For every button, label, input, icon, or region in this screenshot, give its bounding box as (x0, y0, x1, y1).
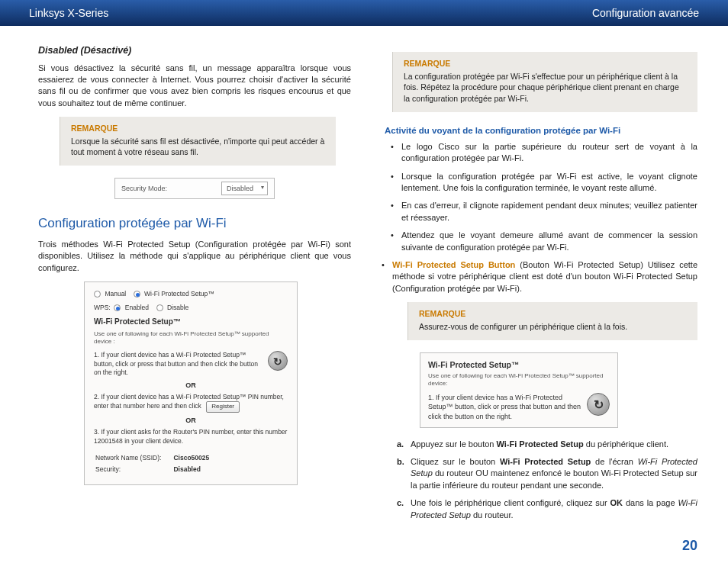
step-a-bold: Wi-Fi Protected Setup (497, 439, 584, 449)
note-body: Lorsque la sécurité sans fil est désacti… (71, 136, 325, 158)
wps-heading: Configuration protégée par Wi-Fi (38, 214, 351, 233)
wps-button-label: Wi-Fi Protected Setup Button (392, 260, 515, 269)
bullet-item: En cas d'erreur, il clignote rapidement … (401, 200, 697, 224)
register-button[interactable]: Register (206, 401, 240, 413)
step-a-pre: Appuyez sur le bouton (411, 439, 497, 449)
step-c: c. Une fois le périphérique client confi… (411, 497, 697, 521)
note-body: Assurez-vous de configurer un périphériq… (419, 321, 687, 333)
disabled-heading: Disabled (Désactivé) (38, 44, 351, 58)
step-c-post: du routeur. (471, 510, 514, 520)
ssid-value: Cisco50025 (173, 454, 209, 462)
panel-or1: OR (94, 381, 288, 390)
step-b-pre: Cliquez sur le bouton (411, 457, 500, 466)
radio-wps[interactable] (134, 291, 140, 298)
mini-title: Wi-Fi Protected Setup™ (428, 359, 610, 370)
bullet-item: Le logo Cisco sur la partie supérieure d… (401, 141, 697, 165)
panel-step2b-text: and then click (162, 402, 201, 410)
right-column: REMARQUE La configuration protégée par W… (385, 44, 697, 527)
header-right: Configuration avancée (592, 7, 699, 19)
wps-enable-row: WPS: Enabled Disable (94, 304, 288, 312)
bullet-item: Wi-Fi Protected Setup Button (Bouton Wi-… (392, 259, 697, 294)
label-wps: Wi-Fi Protected Setup™ (144, 290, 214, 298)
security-mode-label: Security Mode: (121, 184, 221, 194)
setup-mode-row: Manual Wi-Fi Protected Setup™ (94, 290, 288, 298)
step-a: a. Appuyez sur le bouton Wi-Fi Protected… (411, 439, 697, 450)
sec-label: Security: (95, 465, 172, 475)
step-a-post: du périphérique client. (584, 439, 668, 449)
step-b-post: du routeur OU maintenez enfoncé le bouto… (411, 468, 697, 489)
wps-button-bullet: Wi-Fi Protected Setup Button (Bouton Wi-… (385, 259, 697, 294)
panel-step3: 3. If your client asks for the Router's … (94, 428, 288, 446)
panel-step2: 2. If your client device has a Wi-Fi Pro… (94, 393, 288, 413)
note-title: REMARQUE (419, 308, 687, 320)
activity-bullets: Le logo Cisco sur la partie supérieure d… (385, 141, 697, 253)
ssid-label: Network Name (SSID): (95, 453, 172, 463)
bullet-item: Lorsque la configuration protégée par Wi… (401, 171, 697, 195)
panel-or2: OR (94, 416, 288, 425)
panel-section-title: Wi-Fi Protected Setup™ (94, 317, 288, 327)
step-b-mid: de l'écran (591, 457, 637, 466)
step-lead: b. (397, 456, 404, 468)
label-disable: Disable (167, 304, 188, 311)
wps-body: Trois méthodes Wi-Fi Protected Setup (Co… (38, 239, 351, 274)
label-enabled: Enabled (125, 304, 149, 311)
bullet-item: Attendez que le voyant demeure allumé av… (401, 230, 697, 253)
header-left: Linksys X-Series (29, 7, 108, 19)
step-c-bold: OK (610, 498, 623, 507)
wps-config-panel: Manual Wi-Fi Protected Setup™ WPS: Enabl… (84, 282, 298, 485)
wps-enable-label: WPS: (94, 304, 111, 311)
panel-info-table: Network Name (SSID): Cisco50025 Security… (94, 452, 221, 477)
step-c-pre: Une fois le périphérique client configur… (411, 498, 610, 507)
page-number: 20 (682, 538, 697, 554)
step-lead: c. (397, 497, 404, 509)
step-list: a. Appuyez sur le bouton Wi-Fi Protected… (385, 439, 697, 521)
note-right-2: REMARQUE Assurez-vous de configurer un p… (407, 302, 697, 339)
wps-icon[interactable]: ↻ (587, 393, 610, 416)
sec-value: Disabled (173, 465, 200, 473)
mini-row: ↻ 1. If your client device has a Wi-Fi P… (428, 393, 610, 420)
note-right-1: REMARQUE La configuration protégée par W… (392, 52, 697, 112)
panel-step1: ↻ 1. If your client device has a Wi-Fi P… (94, 351, 288, 377)
note-body: La configuration protégée par Wi-Fi s'ef… (404, 71, 687, 105)
label-manual: Manual (105, 290, 126, 298)
page-header: Linksys X-Series Configuration avancée (0, 0, 728, 26)
document-page: Linksys X-Series Configuration avancée D… (0, 0, 728, 563)
activity-heading: Activité du voyant de la configuration p… (385, 124, 697, 137)
disabled-body: Si vous désactivez la sécurité sans fil,… (38, 63, 351, 110)
step-lead: a. (397, 439, 404, 450)
mini-text: 1. If your client device has a Wi-Fi Pro… (428, 394, 581, 420)
note-title: REMARQUE (71, 123, 325, 134)
left-column: Disabled (Désactivé) Si vous désactivez … (38, 44, 351, 527)
radio-disable[interactable] (156, 304, 163, 311)
radio-manual[interactable] (94, 291, 101, 298)
panel-step1-text: 1. If your client device has a Wi-Fi Pro… (94, 351, 258, 376)
note-title: REMARQUE (404, 58, 687, 69)
note-disabled: REMARQUE Lorsque la sécurité sans fil es… (60, 117, 336, 166)
panel-sub: Use one of following for each Wi-Fi Prot… (94, 330, 288, 347)
security-mode-box: Security Mode: Disabled (114, 178, 275, 199)
wps-icon[interactable]: ↻ (268, 351, 288, 371)
security-mode-select[interactable]: Disabled (221, 182, 268, 196)
step-c-mid: dans la page (623, 498, 678, 507)
wps-mini-panel: Wi-Fi Protected Setup™ Use one of follow… (420, 352, 618, 428)
step-b-bold: Wi-Fi Protected Setup (500, 457, 591, 466)
mini-sub: Use one of following for each Wi-Fi Prot… (428, 372, 610, 389)
step-b: b. Cliquez sur le bouton Wi-Fi Protected… (411, 456, 697, 491)
radio-enabled[interactable] (114, 304, 121, 311)
content-columns: Disabled (Désactivé) Si vous désactivez … (0, 26, 728, 527)
